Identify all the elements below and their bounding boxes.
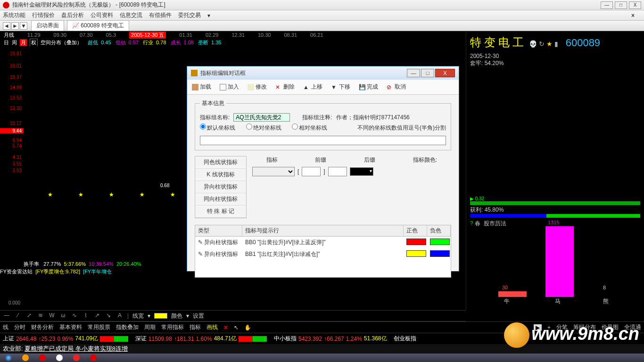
skull-icon: 💀 [529,40,537,48]
up-button[interactable]: ▲上移 [303,83,322,91]
dialog-close-button[interactable]: X [435,69,455,77]
tab-launch[interactable]: 启动界面 [31,20,64,31]
dropdown-icon[interactable]: ▾ [186,313,189,319]
dropdown-icon[interactable]: ▾ [148,313,150,319]
maximize-button[interactable]: □ [615,1,627,9]
subtab[interactable]: 财务分析 [31,323,54,331]
done-button[interactable]: 💾完成 [359,83,378,91]
text-tool-icon[interactable]: A [116,312,124,320]
menu-item[interactable]: 有偿插件 [149,11,172,19]
refresh-icon: ↻ [539,40,545,48]
subtab[interactable]: 指标 [190,323,201,331]
line-tool-icon[interactable]: W [48,312,56,320]
basic-info-fieldset: 基本信息 指标组名称: 指标组注释: 作者；指南针明灯877147456 默认坐… [195,99,451,150]
subtab-active[interactable]: 画线 [206,323,218,331]
arrow-tool-icon[interactable]: ↗ [93,312,101,320]
type-tab[interactable]: K 线状指标 [195,169,246,181]
menubar: 系统功能 行情报价 盘后分析 公司资料 信息交流 有偿插件 委托交易 ▾ × [0,10,644,21]
taskbar-app[interactable] [85,354,102,362]
menu-item[interactable]: 行情报价 [32,11,55,19]
minimize-button[interactable]: — [601,1,613,9]
menu-item[interactable]: 信息交流 [120,11,142,19]
group-name-input[interactable] [233,113,290,122]
subtab[interactable]: 常用股票 [88,323,110,331]
down-button[interactable]: ▼下移 [331,83,350,91]
prefix-input[interactable] [302,167,321,176]
line-tool-icon[interactable]: ⤢ [25,312,33,320]
type-tab[interactable]: 同向柱状指标 [195,193,246,206]
flag-icon: ▮ [554,40,558,48]
type-tab[interactable]: 特 殊 标 记 [195,206,246,218]
suffix-input[interactable] [328,167,347,176]
table-row[interactable]: ✎ 异向柱状指标 BB1 "[出红关注]#V[出绿减仓]" [195,248,451,260]
subtab[interactable]: 常用指标 [161,323,184,331]
subtab[interactable]: 分时 [14,323,25,331]
nav-back-button[interactable]: ◄ [3,22,10,30]
histogram: 30 牛 1315 马 8 熊 [470,212,640,306]
add-button[interactable]: 加入 [220,83,239,91]
close-button[interactable]: X [629,1,641,9]
watermark: www.9m8.cn [504,322,639,348]
taskbar-app[interactable] [68,354,85,362]
color-picker[interactable] [350,167,373,176]
subtab[interactable]: 周期 [144,323,156,331]
dialog-title: 指标组编辑对话框 [200,69,246,77]
menu-item[interactable]: 系统功能 [3,11,25,19]
right-panel: 特变电工 💀↻★▮ 600089 2005-12-30 套牢: 54.20% ▶… [466,31,644,310]
start-button[interactable] [0,354,17,362]
dialog-toolbar: 加载 加入 修改 ✕删除 ▲上移 ▼下移 💾完成 ⊘取消 [187,80,459,95]
subtab[interactable]: 指数叠加 [116,323,139,331]
menu-item[interactable]: 盘后分析 [61,11,84,19]
menu-item[interactable]: 委托交易 [178,11,201,19]
dialog-titlebar[interactable]: 指标组编辑对话框 — □ X [187,66,459,80]
tab-stock[interactable]: 📈 600089 特变电工 [67,20,129,31]
edit-button[interactable]: 修改 [248,83,267,91]
subtab[interactable]: 线 [3,323,8,331]
taskbar [0,354,644,362]
subtab[interactable]: 基本资料 [59,323,82,331]
cancel-button[interactable]: ⊘取消 [387,83,406,91]
dialog-min-button[interactable]: — [407,69,420,77]
current-price-marker: 9.44 [0,128,24,133]
radio-default[interactable]: 默认坐标线 [200,123,235,132]
profit-bars: ▶ 0.32 获利: 45.80% ? 春 股市历法 [470,196,640,207]
delete-button[interactable]: ✕删除 [275,83,295,91]
stock-code: 600089 [566,37,600,49]
nav-fwd-button[interactable]: ► [11,22,19,30]
tabbar: ◄ ► ▼ 启动界面 📈 600089 特变电工 [0,21,644,31]
close-tab-icon[interactable]: ✕ [223,324,228,331]
coord-values-input[interactable] [200,136,446,145]
radar-row: FY资金雷达站 [FY季度增仓:9.782] [FY半年增仓 [0,268,112,275]
dialog-icon [191,70,198,76]
line-tool-icon[interactable]: ≋ [37,312,44,320]
type-tabs: 同色线状指标 K 线状指标 异向柱状指标 同向柱状指标 特 殊 标 记 [195,156,247,218]
cursor-icon[interactable]: ↖ [234,324,239,331]
line-tool-icon[interactable]: ∕ [14,312,22,320]
type-tab[interactable]: 同色线状指标 [195,156,246,169]
app-logo-icon [3,2,9,8]
menu-item[interactable]: 公司资料 [91,11,113,19]
line-tool-icon[interactable]: ∿ [71,312,78,320]
line-tool-icon[interactable]: ⌇ [82,312,90,320]
hand-icon[interactable]: ✋ [244,324,251,331]
type-tab[interactable]: 异向柱状指标 [195,181,246,193]
table-row[interactable]: ✎ 异向柱状指标 BB0 "[出黄拉升]#V[绿上蓝反弹]" [195,237,451,248]
indicator-table: 类型 指标与提示行 正色 负色 ✎ 异向柱状指标 BB0 "[出黄拉升]#V[绿… [195,225,451,278]
turnover-row: 换手率 27.77% 5:37.66% 10:39.54% 20:26.40% [24,261,141,268]
nav-down-button[interactable]: ▼ [20,22,27,30]
arrow-tool-icon[interactable]: ↘ [105,312,112,320]
taskbar-app[interactable] [34,354,51,362]
radio-relative[interactable]: 相对坐标线 [292,123,327,132]
mdi-close-button[interactable]: × [631,12,635,19]
line-tool-icon[interactable]: — [3,312,10,320]
taskbar-app[interactable] [17,354,34,362]
window-title: 指南针金融理财风险控制系统（无极版） - [600089 特变电工] [12,1,165,9]
taskbar-app[interactable] [51,354,68,362]
color-swatch[interactable] [154,313,167,319]
star-icon: ★ [546,40,553,48]
dialog-max-button[interactable]: □ [421,69,434,77]
load-button[interactable]: 加载 [192,83,211,91]
line-tool-icon[interactable]: ω [59,312,67,320]
indicator-select[interactable] [252,167,295,176]
radio-absolute[interactable]: 绝对坐标线 [246,123,281,132]
